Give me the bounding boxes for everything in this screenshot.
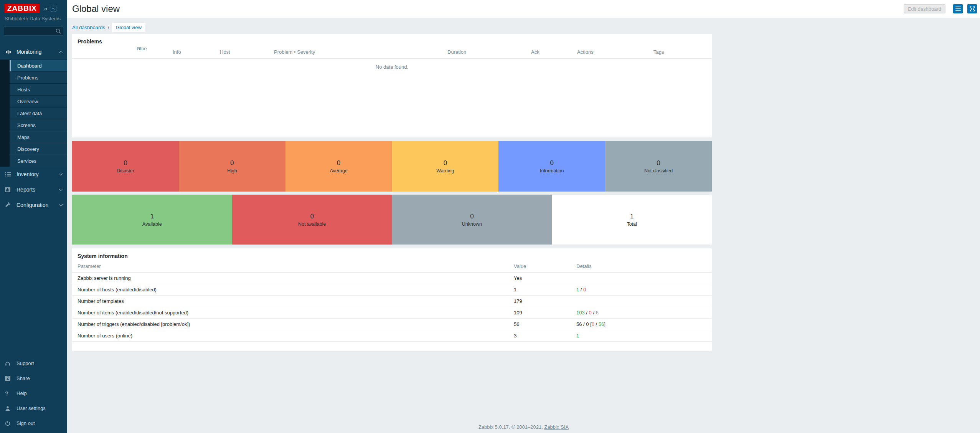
sidebar-item-share[interactable]: Z Share: [0, 371, 67, 386]
sidebar-item-sign-out[interactable]: Sign out: [0, 416, 67, 431]
column-header-tags: Tags: [653, 49, 664, 55]
availability-count: 0: [470, 213, 474, 220]
zabbix-logo[interactable]: ZABBIX: [5, 4, 40, 13]
availability-block-not-available[interactable]: 0 Not available: [232, 195, 392, 245]
sidebar-item-latest-data[interactable]: Latest data: [10, 107, 67, 119]
table-row: Number of triggers (enabled/disabled [pr…: [72, 318, 712, 330]
details-cell: [576, 272, 712, 284]
severity-count: 0: [124, 159, 127, 167]
availability-block-unknown[interactable]: 0 Unknown: [392, 195, 552, 245]
availability-count: 1: [150, 213, 154, 220]
column-header-parameter: Parameter: [72, 261, 514, 272]
sidebar-section-reports[interactable]: Reports: [0, 182, 67, 197]
details-cell: [576, 295, 712, 307]
column-header-duration: Duration: [447, 49, 466, 55]
table-row-empty: [72, 341, 712, 350]
search-icon[interactable]: [56, 28, 61, 35]
sidebar-menu: Monitoring Dashboard Problems Hosts Over…: [0, 44, 67, 213]
parameter-cell: Number of hosts (enabled/disabled): [72, 284, 514, 295]
sidebar-section-label: Reports: [16, 187, 59, 193]
table-row: Number of users (online) 3 1: [72, 330, 712, 341]
help-icon: ?: [5, 390, 16, 397]
sidebar-section-monitoring[interactable]: Monitoring: [0, 44, 67, 59]
sidebar-item-user-settings[interactable]: User settings: [0, 401, 67, 416]
breadcrumb-all-dashboards-link[interactable]: All dashboards: [72, 25, 105, 30]
problems-widget: Problems Time▼ Info Host Problem • Sever…: [72, 34, 712, 137]
search-input[interactable]: [4, 26, 63, 36]
breadcrumb-current[interactable]: Global view: [112, 23, 145, 32]
kiosk-mode-button[interactable]: [967, 4, 977, 13]
column-header-details: Details: [576, 261, 712, 272]
main-area: Global view Edit dashboard All dashboard…: [67, 0, 980, 433]
problems-table-header: Time▼ Info Host Problem • Severity Durat…: [72, 45, 712, 59]
severity-label: High: [227, 168, 237, 174]
severity-block-warning[interactable]: 0 Warning: [392, 141, 498, 192]
severity-label: Warning: [436, 168, 454, 174]
parameter-cell: Zabbix server is running: [72, 272, 514, 284]
sidebar-item-label: Overview: [17, 99, 38, 104]
share-icon: Z: [5, 376, 16, 381]
monitoring-submenu: Dashboard Problems Hosts Overview Latest…: [0, 59, 67, 167]
severity-label: Average: [330, 168, 347, 174]
sidebar-item-services[interactable]: Services: [10, 155, 67, 167]
collapse-sidebar-icon[interactable]: «: [44, 5, 48, 12]
hamburger-icon: [955, 7, 961, 12]
availability-label: Unknown: [462, 221, 482, 227]
headset-icon: [5, 361, 16, 366]
sidebar-item-label: Dashboard: [17, 63, 42, 69]
sidebar-item-help[interactable]: ? Help: [0, 386, 67, 401]
severity-count: 0: [657, 159, 660, 167]
no-data-message: No data found.: [72, 59, 712, 70]
sidebar-item-hosts[interactable]: Hosts: [10, 83, 67, 95]
details-cell: 1 / 0: [576, 284, 712, 295]
severity-count: 0: [444, 159, 447, 167]
edit-dashboard-button[interactable]: Edit dashboard: [904, 4, 945, 13]
system-information-table: Parameter Value Details Zabbix server is…: [72, 261, 712, 350]
sidebar-item-label: Hosts: [17, 87, 30, 93]
sidebar-section-configuration[interactable]: Configuration: [0, 197, 67, 213]
sidebar-item-label: Problems: [17, 75, 38, 81]
sidebar-item-screens[interactable]: Screens: [10, 119, 67, 131]
hide-sidebar-icon[interactable]: ↖: [51, 6, 56, 12]
sidebar-item-maps[interactable]: Maps: [10, 131, 67, 143]
availability-label: Available: [142, 221, 162, 227]
sidebar-item-label: Help: [16, 390, 27, 396]
severity-block-average[interactable]: 0 Average: [285, 141, 392, 192]
user-icon: [5, 406, 16, 411]
chevron-up-icon: [59, 51, 63, 55]
sidebar-item-support[interactable]: Support: [0, 356, 67, 371]
availability-block-total[interactable]: 1 Total: [552, 195, 712, 245]
value-cell: 3: [514, 330, 576, 341]
sidebar-section-inventory[interactable]: Inventory: [0, 167, 67, 182]
sidebar-item-discovery[interactable]: Discovery: [10, 143, 67, 155]
severity-block-disaster[interactable]: 0 Disaster: [72, 141, 179, 192]
value-cell: 179: [514, 295, 576, 307]
availability-block-available[interactable]: 1 Available: [72, 195, 232, 245]
chevron-down-icon: [59, 187, 63, 191]
severity-count: 0: [230, 159, 234, 167]
severity-block-information[interactable]: 0 Information: [498, 141, 605, 192]
severity-block-not-classified[interactable]: 0 Not classified: [605, 141, 712, 192]
zabbix-sia-link[interactable]: Zabbix SIA: [544, 424, 569, 430]
sidebar-section-label: Inventory: [16, 171, 59, 177]
breadcrumb: All dashboards / Global view: [72, 22, 980, 33]
problems-by-severity-widget: 0 Disaster 0 High 0 Average 0 Warning 0 …: [72, 141, 712, 192]
page-footer: Zabbix 5.0.17. © 2001–2021, Zabbix SIA: [67, 424, 980, 430]
sidebar-item-label: Services: [17, 158, 36, 164]
sidebar-section-label: Monitoring: [16, 49, 59, 55]
sidebar-item-problems[interactable]: Problems: [10, 71, 67, 83]
chevron-down-icon: [59, 203, 63, 207]
column-header-host: Host: [220, 49, 230, 55]
widget-title: Problems: [72, 34, 712, 45]
dashboard-menu-button[interactable]: [953, 4, 963, 13]
severity-block-high[interactable]: 0 High: [179, 141, 285, 192]
details-cell: 56 / 0 [0 / 56]: [576, 318, 712, 330]
value-cell: 1: [514, 284, 576, 295]
sidebar-item-overview[interactable]: Overview: [10, 95, 67, 107]
sidebar-item-label: Latest data: [17, 111, 42, 116]
parameter-cell: Number of triggers (enabled/disabled [pr…: [72, 318, 514, 330]
sidebar-item-dashboard[interactable]: Dashboard: [10, 59, 67, 71]
severity-count: 0: [550, 159, 553, 167]
page-title: Global view: [72, 3, 904, 14]
system-information-widget: System information Parameter Value Detai…: [72, 248, 712, 351]
